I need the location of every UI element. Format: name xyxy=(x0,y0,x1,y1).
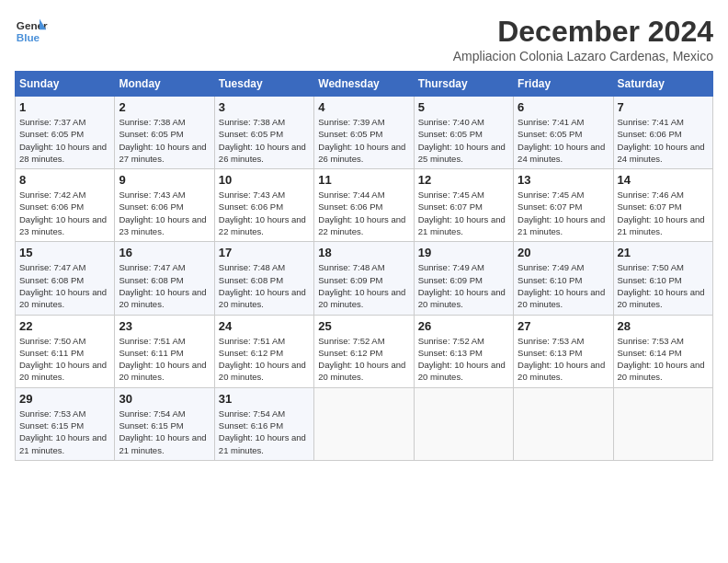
day-info: Sunrise: 7:41 AM Sunset: 6:05 PM Dayligh… xyxy=(518,116,609,165)
day-info: Sunrise: 7:38 AM Sunset: 6:05 PM Dayligh… xyxy=(119,116,210,165)
calendar-cell: 15 Sunrise: 7:47 AM Sunset: 6:08 PM Dayl… xyxy=(16,242,115,315)
day-number: 25 xyxy=(318,319,409,333)
calendar-cell: 23 Sunrise: 7:51 AM Sunset: 6:11 PM Dayl… xyxy=(115,315,214,387)
calendar-cell: 21 Sunrise: 7:50 AM Sunset: 6:10 PM Dayl… xyxy=(613,242,712,315)
location-title: Ampliacion Colonia Lazaro Cardenas, Mexi… xyxy=(453,49,713,63)
calendar-cell: 3 Sunrise: 7:38 AM Sunset: 6:05 PM Dayli… xyxy=(214,97,313,169)
day-info: Sunrise: 7:47 AM Sunset: 6:08 PM Dayligh… xyxy=(19,261,110,310)
day-number: 30 xyxy=(119,392,210,406)
calendar-cell xyxy=(414,387,513,460)
calendar-week-row: 22 Sunrise: 7:50 AM Sunset: 6:11 PM Dayl… xyxy=(16,315,713,387)
calendar-cell xyxy=(613,387,712,460)
day-number: 12 xyxy=(418,173,509,187)
calendar-cell xyxy=(514,387,613,460)
day-info: Sunrise: 7:37 AM Sunset: 6:05 PM Dayligh… xyxy=(19,116,110,165)
day-info: Sunrise: 7:39 AM Sunset: 6:05 PM Dayligh… xyxy=(318,116,409,165)
day-number: 20 xyxy=(518,246,609,259)
day-number: 5 xyxy=(418,100,509,114)
weekday-header-monday: Monday xyxy=(115,72,214,97)
calendar-cell: 29 Sunrise: 7:53 AM Sunset: 6:15 PM Dayl… xyxy=(16,387,115,460)
day-number: 18 xyxy=(318,246,409,259)
day-info: Sunrise: 7:42 AM Sunset: 6:06 PM Dayligh… xyxy=(19,189,110,237)
day-info: Sunrise: 7:50 AM Sunset: 6:10 PM Dayligh… xyxy=(618,261,709,310)
page-header: General Blue December 2024 Ampliacion Co… xyxy=(15,15,713,63)
day-info: Sunrise: 7:53 AM Sunset: 6:15 PM Dayligh… xyxy=(19,408,110,456)
day-number: 16 xyxy=(119,246,210,259)
day-number: 1 xyxy=(19,100,110,114)
day-info: Sunrise: 7:51 AM Sunset: 6:12 PM Dayligh… xyxy=(219,335,310,384)
day-number: 3 xyxy=(219,100,310,114)
weekday-header-row: SundayMondayTuesdayWednesdayThursdayFrid… xyxy=(16,72,713,97)
calendar-week-row: 1 Sunrise: 7:37 AM Sunset: 6:05 PM Dayli… xyxy=(16,97,713,169)
day-number: 4 xyxy=(318,100,409,114)
day-info: Sunrise: 7:53 AM Sunset: 6:13 PM Dayligh… xyxy=(518,335,609,384)
day-number: 15 xyxy=(19,246,110,259)
calendar-cell: 26 Sunrise: 7:52 AM Sunset: 6:13 PM Dayl… xyxy=(414,315,513,387)
weekday-header-saturday: Saturday xyxy=(613,72,712,97)
calendar-cell: 13 Sunrise: 7:45 AM Sunset: 6:07 PM Dayl… xyxy=(514,169,613,242)
calendar-week-row: 29 Sunrise: 7:53 AM Sunset: 6:15 PM Dayl… xyxy=(16,387,713,460)
calendar-cell: 9 Sunrise: 7:43 AM Sunset: 6:06 PM Dayli… xyxy=(115,169,214,242)
day-number: 29 xyxy=(19,392,110,406)
day-number: 2 xyxy=(119,100,210,114)
day-info: Sunrise: 7:40 AM Sunset: 6:05 PM Dayligh… xyxy=(418,116,509,165)
day-number: 28 xyxy=(618,319,709,333)
logo: General Blue xyxy=(15,15,48,48)
day-info: Sunrise: 7:49 AM Sunset: 6:10 PM Dayligh… xyxy=(518,261,609,310)
calendar-cell: 18 Sunrise: 7:48 AM Sunset: 6:09 PM Dayl… xyxy=(314,242,414,315)
day-number: 19 xyxy=(418,246,509,259)
day-number: 6 xyxy=(518,100,609,114)
calendar-cell: 31 Sunrise: 7:54 AM Sunset: 6:16 PM Dayl… xyxy=(214,387,313,460)
day-number: 13 xyxy=(518,173,609,187)
month-title: December 2024 xyxy=(453,15,713,49)
day-info: Sunrise: 7:50 AM Sunset: 6:11 PM Dayligh… xyxy=(19,335,110,384)
calendar-cell: 19 Sunrise: 7:49 AM Sunset: 6:09 PM Dayl… xyxy=(414,242,513,315)
day-info: Sunrise: 7:45 AM Sunset: 6:07 PM Dayligh… xyxy=(418,189,509,237)
day-info: Sunrise: 7:45 AM Sunset: 6:07 PM Dayligh… xyxy=(518,189,609,237)
day-info: Sunrise: 7:44 AM Sunset: 6:06 PM Dayligh… xyxy=(318,189,409,237)
day-info: Sunrise: 7:46 AM Sunset: 6:07 PM Dayligh… xyxy=(618,189,709,237)
calendar-week-row: 8 Sunrise: 7:42 AM Sunset: 6:06 PM Dayli… xyxy=(16,169,713,242)
day-info: Sunrise: 7:52 AM Sunset: 6:12 PM Dayligh… xyxy=(318,335,409,384)
calendar-cell: 11 Sunrise: 7:44 AM Sunset: 6:06 PM Dayl… xyxy=(314,169,414,242)
day-number: 21 xyxy=(618,246,709,259)
calendar-cell: 14 Sunrise: 7:46 AM Sunset: 6:07 PM Dayl… xyxy=(613,169,712,242)
calendar-week-row: 15 Sunrise: 7:47 AM Sunset: 6:08 PM Dayl… xyxy=(16,242,713,315)
day-number: 22 xyxy=(19,319,110,333)
calendar-cell: 2 Sunrise: 7:38 AM Sunset: 6:05 PM Dayli… xyxy=(115,97,214,169)
day-number: 24 xyxy=(219,319,310,333)
day-number: 10 xyxy=(219,173,310,187)
calendar-cell: 20 Sunrise: 7:49 AM Sunset: 6:10 PM Dayl… xyxy=(514,242,613,315)
day-info: Sunrise: 7:53 AM Sunset: 6:14 PM Dayligh… xyxy=(618,335,709,384)
day-info: Sunrise: 7:43 AM Sunset: 6:06 PM Dayligh… xyxy=(219,189,310,237)
day-info: Sunrise: 7:47 AM Sunset: 6:08 PM Dayligh… xyxy=(119,261,210,310)
calendar-cell: 27 Sunrise: 7:53 AM Sunset: 6:13 PM Dayl… xyxy=(514,315,613,387)
logo-icon: General Blue xyxy=(15,15,48,48)
weekday-header-friday: Friday xyxy=(514,72,613,97)
weekday-header-tuesday: Tuesday xyxy=(214,72,313,97)
calendar-cell: 5 Sunrise: 7:40 AM Sunset: 6:05 PM Dayli… xyxy=(414,97,513,169)
calendar-cell: 12 Sunrise: 7:45 AM Sunset: 6:07 PM Dayl… xyxy=(414,169,513,242)
weekday-header-sunday: Sunday xyxy=(16,72,115,97)
day-info: Sunrise: 7:51 AM Sunset: 6:11 PM Dayligh… xyxy=(119,335,210,384)
day-number: 26 xyxy=(418,319,509,333)
calendar-cell: 1 Sunrise: 7:37 AM Sunset: 6:05 PM Dayli… xyxy=(16,97,115,169)
day-number: 17 xyxy=(219,246,310,259)
calendar-cell: 4 Sunrise: 7:39 AM Sunset: 6:05 PM Dayli… xyxy=(314,97,414,169)
day-number: 27 xyxy=(518,319,609,333)
calendar-cell: 30 Sunrise: 7:54 AM Sunset: 6:15 PM Dayl… xyxy=(115,387,214,460)
day-info: Sunrise: 7:54 AM Sunset: 6:15 PM Dayligh… xyxy=(119,408,210,456)
calendar-cell: 17 Sunrise: 7:48 AM Sunset: 6:08 PM Dayl… xyxy=(214,242,313,315)
day-info: Sunrise: 7:48 AM Sunset: 6:08 PM Dayligh… xyxy=(219,261,310,310)
calendar-cell: 25 Sunrise: 7:52 AM Sunset: 6:12 PM Dayl… xyxy=(314,315,414,387)
day-number: 9 xyxy=(119,173,210,187)
calendar-cell: 6 Sunrise: 7:41 AM Sunset: 6:05 PM Dayli… xyxy=(514,97,613,169)
calendar-cell: 8 Sunrise: 7:42 AM Sunset: 6:06 PM Dayli… xyxy=(16,169,115,242)
weekday-header-wednesday: Wednesday xyxy=(314,72,414,97)
day-number: 23 xyxy=(119,319,210,333)
day-info: Sunrise: 7:41 AM Sunset: 6:06 PM Dayligh… xyxy=(618,116,709,165)
svg-text:Blue: Blue xyxy=(17,31,40,43)
calendar-cell xyxy=(314,387,414,460)
day-info: Sunrise: 7:49 AM Sunset: 6:09 PM Dayligh… xyxy=(418,261,509,310)
calendar-cell: 7 Sunrise: 7:41 AM Sunset: 6:06 PM Dayli… xyxy=(613,97,712,169)
